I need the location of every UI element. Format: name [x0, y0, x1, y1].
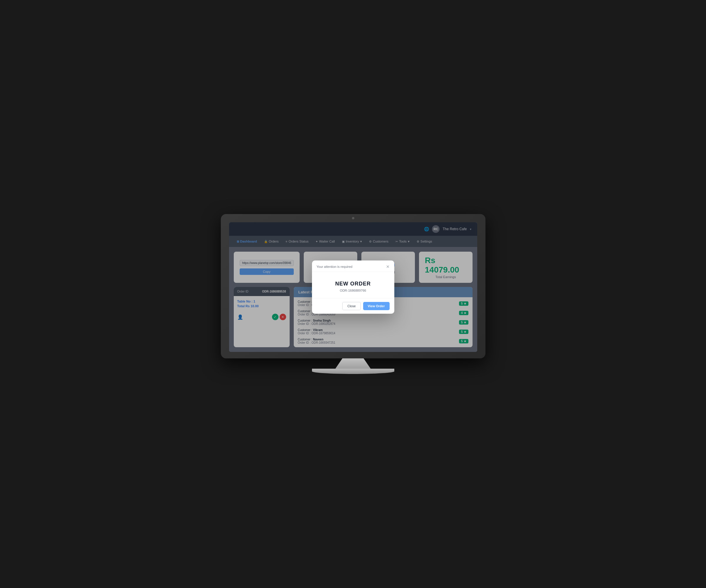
modal-footer: Close View Order — [312, 298, 394, 314]
stand-base — [312, 369, 394, 374]
monitor: 🌐 RC The Retro Cafe ▾ ⊞ Dashboard 🔒 Orde… — [221, 214, 485, 374]
modal-close-icon[interactable]: ✕ — [386, 265, 390, 269]
modal-header: Your attention is required ✕ — [312, 261, 394, 272]
modal-close-button[interactable]: Close — [342, 302, 360, 310]
modal-new-order-label: NEW ORDER — [318, 281, 388, 287]
modal-body: NEW ORDER ODR-1686889766 — [312, 272, 394, 298]
app: 🌐 RC The Retro Cafe ▾ ⊞ Dashboard 🔒 Orde… — [229, 222, 477, 352]
modal-overlay: Your attention is required ✕ NEW ORDER O… — [229, 222, 477, 352]
modal-attention-text: Your attention is required — [317, 265, 353, 268]
screen: 🌐 RC The Retro Cafe ▾ ⊞ Dashboard 🔒 Orde… — [229, 222, 477, 352]
camera-dot — [352, 217, 354, 219]
new-order-modal: Your attention is required ✕ NEW ORDER O… — [312, 261, 394, 314]
modal-order-id: ODR-1686889766 — [318, 289, 388, 292]
stand-neck — [336, 358, 371, 369]
monitor-bezel: 🌐 RC The Retro Cafe ▾ ⊞ Dashboard 🔒 Orde… — [221, 214, 485, 358]
modal-view-order-button[interactable]: View Order — [363, 302, 390, 310]
monitor-stand — [221, 358, 485, 374]
